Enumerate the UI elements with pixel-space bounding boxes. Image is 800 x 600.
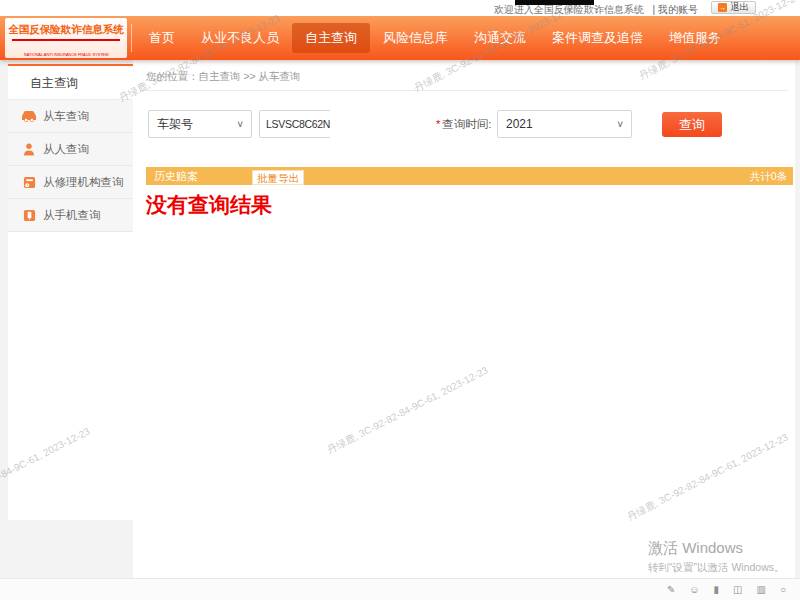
chevron-down-icon: ˅ <box>237 119 243 130</box>
phone-icon <box>21 208 37 222</box>
sidebar-item-person-query[interactable]: 从人查询 <box>8 133 133 166</box>
search-button[interactable]: 查询 <box>662 112 722 137</box>
topbar: 欢迎进入全国反保险欺诈信息系统 | 我的账号 → 退出 <box>0 0 800 16</box>
total-count: 共计0条 <box>750 167 787 185</box>
redaction-overlay <box>330 109 376 148</box>
logo-underline <box>12 39 120 41</box>
history-claims-tab[interactable]: 历史赔案 <box>154 167 198 185</box>
sidebar-item-car-query[interactable]: 从车查询 <box>8 100 133 133</box>
empty-result-message: 没有查询结果 <box>146 191 272 219</box>
app-title: 全国反保险欺诈信息系统 <box>5 23 127 37</box>
main-nav: 全国反保险欺诈信息系统 NATIONAL ANTI INSURANCE FRAU… <box>0 16 800 60</box>
sidebar-item-label: 从手机查询 <box>43 208 101 223</box>
nav-item-home[interactable]: 首页 <box>136 23 188 53</box>
nav-divider <box>131 24 132 52</box>
car-icon <box>21 109 37 123</box>
nav-item-risk-library[interactable]: 风险信息库 <box>370 23 461 53</box>
redacted-username <box>515 0 594 5</box>
main-panel: 您的位置：自主查询 >> 从车查询 车架号 ˅ LSVSC8C62NN02 *查… <box>133 60 795 578</box>
sidebar-item-repair-query[interactable]: 从修理机构查询 <box>8 166 133 199</box>
network-icon[interactable]: ▥ <box>757 584 766 595</box>
breadcrumb-divider <box>140 90 788 91</box>
emoji-icon[interactable]: ☺ <box>689 584 699 595</box>
welcome-text: 欢迎进入全国反保险欺诈信息系统 <box>494 4 644 15</box>
nav-item-communication[interactable]: 沟通交流 <box>461 23 539 53</box>
windows-activation-title: 激活 Windows <box>648 539 785 558</box>
bottom-taskbar: ✎ ☺ ▮ ◫ ▥ ○ <box>0 578 800 600</box>
logout-label: 退出 <box>730 1 749 14</box>
field-type-select[interactable]: 车架号 ˅ <box>148 110 252 138</box>
sidebar-item-label: 从人查询 <box>43 142 89 157</box>
windows-activation-subtitle: 转到“设置”以激活 Windows。 <box>648 561 785 575</box>
nav-item-bad-practitioners[interactable]: 从业不良人员 <box>188 23 292 53</box>
query-time-label: *查询时间: <box>436 117 491 132</box>
nav-item-self-query[interactable]: 自主查询 <box>292 23 370 53</box>
sidebar-item-phone-query[interactable]: 从手机查询 <box>8 199 133 232</box>
volume-icon[interactable]: ◫ <box>733 584 742 595</box>
pen-icon[interactable]: ✎ <box>667 584 675 595</box>
required-mark: * <box>436 118 440 130</box>
app-subtitle: NATIONAL ANTI INSURANCE FRAUD SYSTEM <box>24 52 109 57</box>
results-banner: 历史赔案 批量导出 共计0条 <box>146 167 793 185</box>
sidebar-header: 自主查询 <box>8 66 133 100</box>
field-type-value: 车架号 <box>157 116 193 133</box>
app-logo: 全国反保险欺诈信息系统 NATIONAL ANTI INSURANCE FRAU… <box>5 18 127 58</box>
person-icon <box>21 142 37 156</box>
user-icon[interactable]: ○ <box>780 584 786 595</box>
sidebar: 自主查询 从车查询 从人查询 从修理机构查询 从手机查询 <box>8 64 133 520</box>
query-year-value: 2021 <box>506 117 533 131</box>
nav-item-value-added[interactable]: 增值服务 <box>656 23 734 53</box>
query-year-select[interactable]: 2021 ˅ <box>497 110 632 138</box>
repair-icon <box>21 175 37 189</box>
my-account-link[interactable]: | 我的账号 <box>653 4 698 15</box>
sidebar-item-label: 从修理机构查询 <box>43 175 124 190</box>
batch-export-button[interactable]: 批量导出 <box>252 170 304 185</box>
breadcrumb: 您的位置：自主查询 >> 从车查询 <box>146 70 301 84</box>
windows-activation-notice: 激活 Windows 转到“设置”以激活 Windows。 <box>648 539 785 575</box>
battery-icon[interactable]: ▮ <box>714 584 720 595</box>
logout-arrow-icon: → <box>718 3 727 12</box>
nav-item-case-investigation[interactable]: 案件调查及追偿 <box>539 23 656 53</box>
sidebar-item-label: 从车查询 <box>43 109 89 124</box>
logout-button[interactable]: → 退出 <box>711 1 756 14</box>
chevron-down-icon: ˅ <box>617 119 623 130</box>
